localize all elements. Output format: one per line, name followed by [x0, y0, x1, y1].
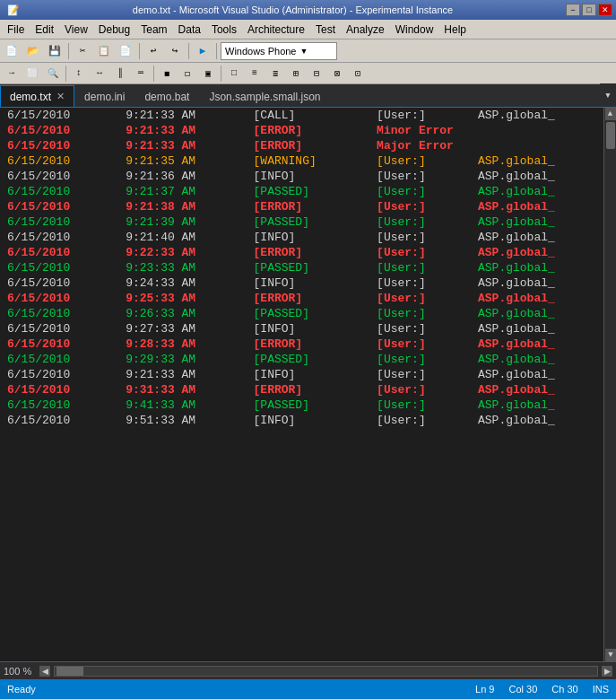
paste-button[interactable]: 📄: [116, 42, 135, 60]
log-source: ASP.global_: [471, 321, 616, 336]
menu-item-debug[interactable]: Debug: [93, 22, 135, 38]
misc-btn-1[interactable]: □: [224, 65, 244, 83]
line-number: Ln 9: [475, 684, 494, 695]
log-type: [INFO]: [250, 169, 367, 184]
menu-item-team[interactable]: Team: [135, 22, 172, 38]
log-user: [User:]: [366, 367, 471, 382]
redo-button[interactable]: ↪: [165, 42, 185, 60]
copy-button[interactable]: 📋: [94, 42, 114, 60]
sep-1: [68, 43, 69, 59]
platform-dropdown[interactable]: Windows Phone ▼: [221, 42, 337, 60]
debug-btn-2[interactable]: ⬜: [22, 65, 42, 83]
log-user: [User:]: [366, 245, 471, 260]
log-source: ASP.global_: [471, 230, 616, 245]
tab-2[interactable]: demo.bat: [134, 85, 199, 107]
log-type: [PASSED]: [250, 214, 367, 230]
log-source: ASP.global_: [471, 214, 616, 230]
scrollbar-thumb[interactable]: [606, 122, 615, 149]
horizontal-scrollbar[interactable]: [54, 666, 598, 677]
menu-item-window[interactable]: Window: [390, 22, 439, 38]
tab-1[interactable]: demo.ini: [74, 85, 134, 107]
log-date: 6/15/2010: [0, 260, 122, 275]
log-user: [User:]: [366, 230, 471, 245]
outline-btn-2[interactable]: ◻: [178, 65, 197, 83]
log-source: ASP.global_: [471, 413, 616, 428]
log-source: ASP.global_: [471, 199, 616, 214]
debug-btn-3[interactable]: 🔍: [43, 65, 63, 83]
log-message: Major Error: [366, 138, 616, 153]
tab-dropdown[interactable]: ▾: [600, 83, 616, 107]
close-button[interactable]: ✕: [598, 4, 612, 16]
scroll-thumb: [56, 667, 83, 676]
log-time: 9:23:33 AM: [122, 260, 249, 275]
log-type: [INFO]: [250, 230, 367, 245]
log-type: [PASSED]: [250, 184, 367, 199]
misc-btn-5[interactable]: ⊟: [307, 65, 326, 83]
log-time: 9:21:33 AM: [122, 123, 249, 138]
log-time: 9:27:33 AM: [122, 321, 249, 336]
menu-item-tools[interactable]: Tools: [206, 22, 242, 38]
log-date: 6/15/2010: [0, 153, 122, 169]
log-user: [User:]: [366, 184, 471, 199]
save-button[interactable]: 💾: [45, 42, 65, 60]
menu-item-test[interactable]: Test: [310, 22, 341, 38]
menu-item-help[interactable]: Help: [438, 22, 472, 38]
log-type: [ERROR]: [250, 199, 367, 214]
log-source: ASP.global_: [471, 260, 616, 275]
log-source: ASP.global_: [471, 275, 616, 291]
fmt-btn-3[interactable]: ║: [110, 65, 130, 83]
scroll-right-button[interactable]: ▶: [602, 666, 612, 677]
sep-7: [221, 66, 221, 82]
log-type: [INFO]: [250, 413, 367, 428]
scroll-left-button[interactable]: ◀: [39, 666, 50, 677]
undo-button[interactable]: ↩: [143, 42, 163, 60]
log-row-19: 6/15/2010 9:41:33 AM [PASSED] [User:] AS…: [0, 398, 616, 413]
tab-3[interactable]: Json.sample.small.json: [199, 85, 330, 107]
log-type: [ERROR]: [250, 138, 367, 153]
tab-0[interactable]: demo.txt✕: [0, 85, 74, 107]
menu-item-edit[interactable]: Edit: [30, 22, 59, 38]
menu-item-view[interactable]: View: [59, 22, 93, 38]
log-date: 6/15/2010: [0, 352, 122, 367]
platform-label: Windows Phone: [225, 46, 297, 57]
debug-btn-1[interactable]: →: [2, 65, 22, 83]
run-button[interactable]: ▶: [193, 42, 213, 60]
new-button[interactable]: 📄: [2, 42, 22, 60]
log-user: [User:]: [366, 169, 471, 184]
misc-btn-6[interactable]: ⊠: [327, 65, 347, 83]
tab-close-0[interactable]: ✕: [56, 91, 65, 102]
log-time: 9:25:33 AM: [122, 291, 249, 306]
log-date: 6/15/2010: [0, 321, 122, 336]
misc-btn-7[interactable]: ⊡: [348, 65, 368, 83]
toolbar-row-2: → ⬜ 🔍 ↕ ↔ ║ ═ ◼ ◻ ▣ □ ≡ ≣ ⊞ ⊟ ⊠ ⊡: [0, 63, 616, 84]
menu-item-analyze[interactable]: Analyze: [341, 22, 390, 38]
log-user: [User:]: [366, 321, 471, 336]
log-date: 6/15/2010: [0, 184, 122, 199]
cut-button[interactable]: ✂: [73, 42, 92, 60]
tab-label-0: demo.txt: [10, 91, 51, 103]
open-button[interactable]: 📂: [23, 42, 43, 60]
minimize-button[interactable]: −: [566, 4, 580, 16]
menu-item-data[interactable]: Data: [173, 22, 206, 38]
misc-btn-4[interactable]: ⊞: [286, 65, 306, 83]
log-time: 9:21:33 AM: [122, 367, 249, 382]
log-time: 9:21:36 AM: [122, 169, 249, 184]
fmt-btn-2[interactable]: ↔: [90, 65, 109, 83]
log-type: [PASSED]: [250, 398, 367, 413]
log-row-9: 6/15/2010 9:22:33 AM [ERROR] [User:] ASP…: [0, 245, 616, 260]
maximize-button[interactable]: □: [582, 4, 596, 16]
sep-5: [65, 66, 66, 82]
vertical-scrollbar[interactable]: ▲ ▼: [603, 108, 616, 661]
misc-btn-3[interactable]: ≣: [265, 65, 285, 83]
log-date: 6/15/2010: [0, 398, 122, 413]
log-date: 6/15/2010: [0, 245, 122, 260]
fmt-btn-1[interactable]: ↕: [69, 65, 89, 83]
log-time: 9:21:38 AM: [122, 199, 249, 214]
outline-btn-1[interactable]: ◼: [157, 65, 177, 83]
log-date: 6/15/2010: [0, 382, 122, 398]
misc-btn-2[interactable]: ≡: [245, 65, 265, 83]
outline-btn-3[interactable]: ▣: [198, 65, 218, 83]
fmt-btn-4[interactable]: ═: [131, 65, 151, 83]
menu-item-architecture[interactable]: Architecture: [242, 22, 310, 38]
menu-item-file[interactable]: File: [2, 22, 30, 38]
